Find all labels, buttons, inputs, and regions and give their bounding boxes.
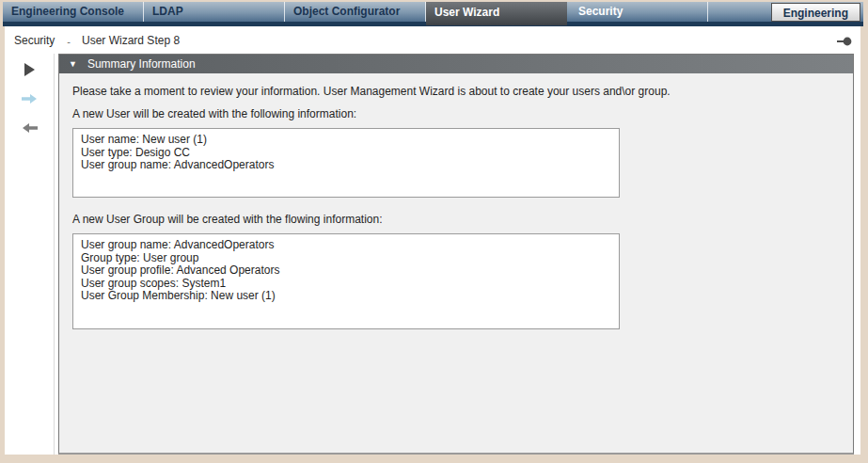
panel-title: Summary Information: [87, 57, 196, 71]
collapse-triangle-icon[interactable]: ▼: [69, 60, 77, 69]
content-frame: Security - User Wizard Step 8: [5, 26, 860, 455]
intro-text: Please take a moment to review your info…: [72, 85, 840, 98]
group-summary-line: User Group Membership: New user (1): [81, 290, 611, 303]
user-summary-line: User type: Desigo CC: [81, 147, 611, 160]
group-summary-line: Group type: User group: [81, 252, 611, 265]
group-summary-box: User group name: AdvancedOperators Group…: [72, 233, 620, 329]
tab-security[interactable]: Security: [567, 2, 708, 22]
application-window: Engineering Console LDAP Object Configur…: [0, 0, 868, 463]
user-section-label: A new User will be created with the foll…: [72, 107, 840, 120]
summary-panel: ▼ Summary Information Please take a mome…: [58, 54, 854, 455]
user-summary-box: User name: New user (1) User type: Desig…: [72, 128, 620, 198]
user-summary-line: User group name: AdvancedOperators: [81, 159, 611, 172]
summary-panel-body: Please take a moment to review your info…: [59, 73, 853, 356]
breadcrumb: Security - User Wizard Step 8: [5, 26, 860, 54]
tab-engineering-console[interactable]: Engineering Console: [3, 2, 144, 22]
back-arrow-icon[interactable]: [17, 120, 41, 136]
breadcrumb-separator: -: [67, 36, 71, 47]
forward-arrow-icon[interactable]: [17, 90, 41, 107]
breadcrumb-current: User Wizard Step 8: [82, 34, 180, 47]
tab-ldap[interactable]: LDAP: [144, 2, 285, 22]
run-icon[interactable]: [17, 61, 41, 78]
group-summary-line: User group name: AdvancedOperators: [81, 239, 611, 252]
breadcrumb-root[interactable]: Security: [14, 34, 55, 47]
tab-user-wizard[interactable]: User Wizard: [426, 2, 567, 26]
wizard-toolbar: [5, 54, 55, 455]
group-summary-line: User group profile: Advanced Operators: [81, 264, 611, 278]
tab-object-configurator[interactable]: Object Configurator: [285, 2, 426, 22]
user-summary-line: User name: New user (1): [81, 134, 611, 147]
pin-icon[interactable]: [836, 36, 852, 49]
engineering-mode-button[interactable]: Engineering: [771, 3, 860, 22]
summary-panel-header[interactable]: ▼ Summary Information: [59, 55, 853, 73]
group-section-label: A new User Group will be created with th…: [72, 213, 840, 226]
main-area: ▼ Summary Information Please take a mome…: [5, 54, 860, 455]
group-summary-line: User group scopes: System1: [81, 278, 611, 291]
tab-bar: Engineering Console LDAP Object Configur…: [3, 2, 863, 26]
